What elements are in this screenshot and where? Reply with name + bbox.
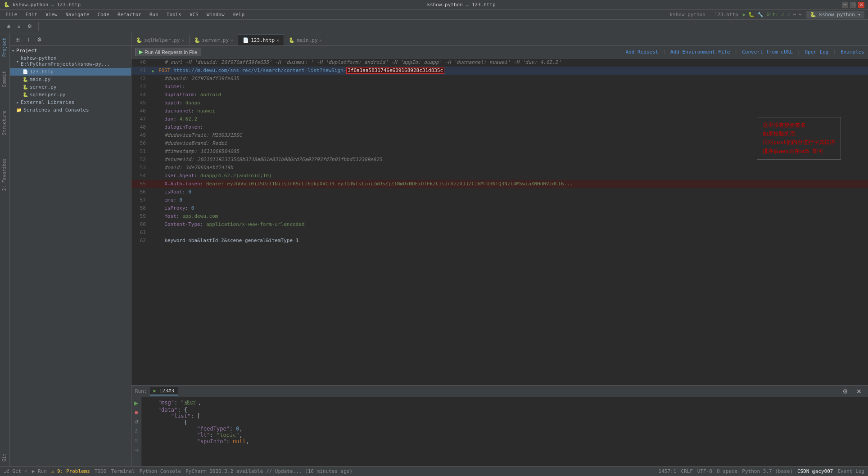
run-settings-button[interactable]: ⚙ [840,387,851,396]
code-area[interactable]: 40 # curl -H 'duuuid: 26f970aff39fe635' … [131,58,868,385]
open-log-link[interactable]: Open Log [805,49,828,55]
tree-project[interactable]: ▾ Project [10,47,131,54]
menu-file[interactable]: File [2,11,21,18]
main-layout: Project Commit Structure 2: Favorites Gi… [0,33,868,466]
maximize-button[interactable]: □ [850,2,856,8]
run-panel: Run: ▶ 123#3 ⚙ ✕ ▶ ■ ↺ ⇩ ≡ [131,385,868,466]
status-problems[interactable]: ⚠ 9: Problems [51,468,90,474]
strip-commit[interactable]: Commit [1,68,9,90]
tab-123http[interactable]: 📄 123.http ✕ [238,35,284,45]
run-tab-active[interactable]: ▶ 123#3 [150,387,178,395]
status-terminal[interactable]: Terminal [111,468,135,474]
sidebar-btn-2[interactable]: ↕ [24,36,32,44]
run-all-icon: ▶ [139,49,143,55]
output-line-list: "list": [ [145,413,864,419]
run-rerun-button[interactable]: ↺ [132,418,140,426]
tab-123-close[interactable]: ✕ [276,38,279,43]
run-all-label: Run All Requests in File [145,49,197,55]
tab-123-label: 123.http [251,37,275,43]
tree-extlibs-label: External Libraries [21,99,74,105]
tab-sqlhelper-close[interactable]: ✕ [181,38,184,43]
sidebar-btn-3[interactable]: ⚙ [34,36,45,44]
undo-icon[interactable]: ↩ [793,12,796,18]
status-crlf[interactable]: CRLF [681,468,693,474]
add-env-link[interactable]: Add Environment File [670,49,730,55]
tab-server[interactable]: 🐍 server.py ✕ [190,35,239,45]
statusbar-left: ⎇ Git ✓ ▶ Run ⚠ 9: Problems TODO Termina… [4,468,353,474]
status-git[interactable]: ⎇ Git ✓ [4,468,27,474]
close-button[interactable]: ✕ [858,2,864,8]
kshow-dropdown[interactable]: 🐍 kshow-python ▾ [806,11,864,18]
menu-edit[interactable]: Edit [22,11,41,18]
menu-vcs[interactable]: VCS [186,11,202,18]
run-stop-button[interactable]: ■ [132,409,140,417]
tree-extlibs[interactable]: ▸ External Libraries [10,99,131,106]
run-output[interactable]: "msg": "成功", "data": { "list": [ { "feed… [141,397,868,466]
menu-run[interactable]: Run [146,11,162,18]
toolbar-btn-2[interactable]: ≡ [15,23,23,30]
examples-link[interactable]: Examples [841,49,864,55]
tree-123-label: 123.http [30,69,54,75]
run-wrap-button[interactable]: ⇒ [132,446,140,454]
redo-icon[interactable]: ↪ [799,12,802,18]
menu-refactor[interactable]: Refactor [114,11,145,18]
convert-curl-link[interactable]: Convert from cURL [742,49,793,55]
toolbar-btn-1[interactable]: ⊞ [4,22,13,30]
tab-sqlhelper[interactable]: 🐍 sqlHelper.py ✕ [131,35,190,45]
strip-git[interactable]: Git [1,451,9,464]
status-python-console[interactable]: Python Console [139,468,181,474]
menu-code[interactable]: Code [94,11,113,18]
run-play-button[interactable]: ▶ [132,399,140,407]
http-toolbar: ▶ Run All Requests in File Add Request |… [131,46,868,58]
output-line-data: "data": { [145,407,864,413]
tab-sqlhelper-icon: 🐍 [136,37,142,43]
tree-kshow[interactable]: ▾ kshow-python E:\PyCharmProjects\kshow-… [10,54,131,68]
tree-main-label: main.py [30,76,50,82]
status-eventlog[interactable]: Event Log [837,468,864,474]
tree-sqlhelper[interactable]: 🐍 sqlHelper.py [10,91,131,99]
status-python[interactable]: Python 3.7 (base) [742,468,793,474]
toolbar-debug-icon[interactable]: 🐛 [748,12,755,18]
project-tree: ▾ Project ▾ kshow-python E:\PyCharmProje… [10,46,131,466]
run-scroll-button[interactable]: ⇩ [132,427,140,436]
tree-server-label: server.py [30,84,57,90]
code-line-59: 59 Host: app.dewu.com [131,212,868,220]
tree-scratches[interactable]: 📁 Scratches and Consoles [10,106,131,114]
tab-mainpy[interactable]: 🐍 main.py ✕ [284,35,327,45]
menu-navigate[interactable]: Navigate [62,11,93,18]
titlebar-right: ─ □ ✕ [842,2,864,8]
strip-project[interactable]: Project [1,35,9,59]
menu-tools[interactable]: Tools [163,11,185,18]
code-line-55: 55 X-Auth-Token: Bearer eyJhbGci0iJSUzI1… [131,180,868,188]
menu-window[interactable]: Window [203,11,228,18]
file-title: 123.http [57,2,81,8]
menu-help[interactable]: Help [229,11,249,18]
scratches-icon: 📁 [16,108,22,112]
status-run[interactable]: ▶ Run [32,468,47,474]
run-close-button[interactable]: ✕ [854,387,864,396]
run-toolbar: Run: ▶ 123#3 ⚙ ✕ [131,386,868,397]
menu-view[interactable]: View [42,11,61,18]
run-filter-button[interactable]: ≡ [132,437,140,445]
sep2: | [733,49,740,55]
code-line-44: 44 duplatform: android [131,91,868,99]
strip-favorites[interactable]: 2: Favorites [1,156,9,193]
tab-main-close[interactable]: ✕ [320,38,322,43]
settings-btn[interactable]: ⚙ [25,22,35,30]
tree-123http[interactable]: 📄 123.http [10,68,131,76]
add-request-link[interactable]: Add Request [626,49,659,55]
tab-server-close[interactable]: ✕ [231,38,233,43]
tree-mainpy[interactable]: 🐍 main.py [10,76,131,83]
strip-structure[interactable]: Structure [1,108,9,138]
run-all-requests-button[interactable]: ▶ Run All Requests in File [135,48,201,56]
file-icon-main: 🐍 [23,77,28,82]
status-charset[interactable]: UTF-8 [697,468,712,474]
tree-serverpy[interactable]: 🐍 server.py [10,83,131,91]
tab-sqlhelper-label: sqlHelper.py [144,37,180,43]
toolbar-run-icon[interactable]: ▶ [743,12,746,18]
minimize-button[interactable]: ─ [842,2,848,8]
sidebar-btn-1[interactable]: ⊞ [13,36,23,44]
status-todo[interactable]: TODO [95,468,107,474]
toolbar-git-icon[interactable]: 🔧 [757,12,764,18]
main-toolbar: ⊞ ≡ ⚙ [0,20,868,33]
